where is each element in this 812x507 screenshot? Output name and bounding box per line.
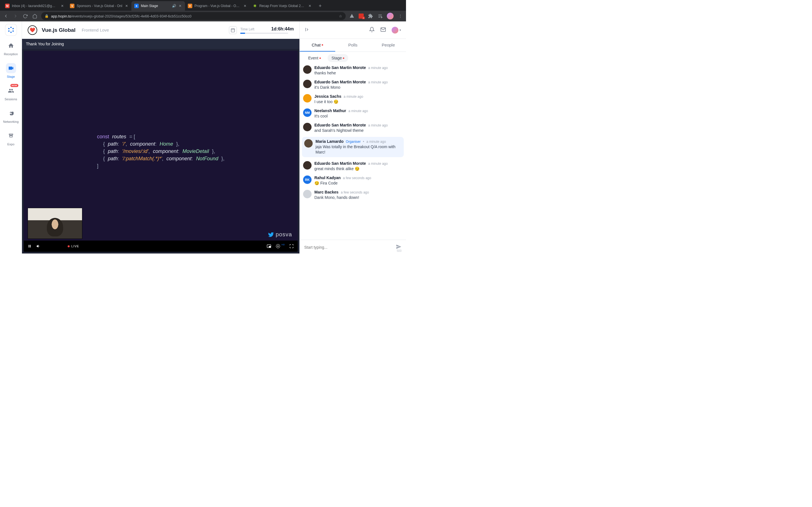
message-avatar [303, 80, 312, 88]
message-avatar [303, 161, 312, 170]
time-left-label: Time Left [240, 27, 254, 31]
browser-tab[interactable]: 🍀 Recap From Vuejs Global 2020 ✕ [250, 1, 315, 11]
message-time: a minute ago [368, 162, 388, 166]
message-author: Eduardo San Martin Morote [314, 123, 366, 127]
scope-event[interactable]: Event [304, 54, 325, 62]
pause-button[interactable] [28, 244, 32, 248]
fullscreen-button[interactable] [289, 244, 294, 248]
close-tab-icon[interactable]: ✕ [178, 4, 182, 8]
message-list[interactable]: Eduardo San Martin Morote a minute ago t… [300, 64, 406, 240]
back-button[interactable] [3, 13, 9, 19]
user-menu[interactable]: ▾ [392, 27, 401, 34]
message-text: and Sarah's Nightowl theme [314, 128, 403, 133]
close-tab-icon[interactable]: ✕ [308, 4, 312, 8]
message-time: a minute ago [368, 80, 388, 84]
messages-icon[interactable] [380, 27, 386, 34]
calendar-icon [229, 26, 237, 34]
chat-message[interactable]: NM Neelansh Mathur a minute ago It's coo… [303, 108, 403, 119]
tab-title: Program - Vue.js Global - Onlin [195, 4, 241, 8]
organiser-badge: Organiser [346, 140, 361, 144]
close-tab-icon[interactable]: ✕ [124, 4, 129, 8]
volume-button[interactable] [36, 244, 41, 248]
pip-button[interactable] [267, 244, 271, 248]
vue-devtools-icon[interactable] [349, 13, 355, 19]
nav-stage[interactable]: Stage [3, 61, 19, 80]
message-avatar [303, 94, 312, 103]
time-progress [240, 33, 288, 34]
nav-label: Networking [3, 120, 18, 123]
browser-tab[interactable]: V Sponsors - Vue.js Global - Onl ✕ [67, 1, 132, 11]
tab-people[interactable]: People [370, 39, 406, 52]
message-time: a minute ago [349, 109, 368, 113]
chat-message[interactable]: Jessica Sachs a minute ago I use it too … [303, 94, 403, 105]
new-tab-button[interactable]: + [316, 2, 324, 10]
quality-button[interactable]: HD [276, 244, 285, 248]
stage-title: Thank You for Joining [22, 39, 299, 49]
lock-icon: 🔒 [45, 14, 49, 18]
kebab-menu-icon[interactable]: ⋮ [398, 13, 403, 19]
svg-point-8 [8, 31, 10, 32]
chat-message[interactable]: Eduardo San Martin Morote a minute ago g… [303, 161, 403, 172]
favicon: V [70, 4, 74, 8]
svg-rect-10 [231, 29, 235, 32]
audio-icon[interactable]: 🔊 [172, 4, 176, 8]
nav-sessions[interactable]: NOW Sessions [3, 83, 19, 103]
stage-area: Thank You for Joining const routes = [ {… [22, 39, 299, 253]
browser-tab[interactable]: V Program - Vue.js Global - Onlin ✕ [185, 1, 250, 11]
nav-networking[interactable]: Networking [3, 106, 19, 126]
event-title: Vue.js Global [42, 27, 75, 33]
chat-message[interactable]: Eduardo San Martin Morote a minute ago t… [303, 65, 403, 76]
notifications-icon[interactable] [369, 27, 375, 34]
extensions-menu-icon[interactable] [368, 13, 373, 19]
tab-chat[interactable]: Chat [300, 39, 335, 52]
nav-reception[interactable]: Reception [3, 38, 19, 58]
code-snippet: const routes = [ { path: '/', component:… [97, 133, 224, 170]
chat-message[interactable]: RK Rahul Kadyan a few seconds ago 😏 Fira… [303, 175, 403, 186]
video-controls: LIVE HD [24, 240, 298, 252]
forward-button[interactable] [12, 13, 18, 19]
live-dot-icon [68, 245, 70, 247]
extension-icon[interactable]: 1 [359, 13, 364, 18]
home-button[interactable] [32, 13, 38, 19]
message-avatar: NM [303, 108, 312, 117]
chat-message[interactable]: Maria Lamardo Organiser• a minute ago ja… [302, 137, 404, 157]
message-input[interactable] [304, 243, 402, 252]
svg-point-18 [277, 245, 278, 247]
address-bar[interactable]: 🔒 app.hopin.to/events/vuejs-global-2020/… [41, 12, 346, 20]
chat-message[interactable]: Eduardo San Martin Morote a minute ago i… [303, 80, 403, 90]
scope-stage[interactable]: Stage [327, 54, 349, 62]
unread-dot-icon [343, 57, 344, 59]
bookmark-star-icon[interactable]: ☆ [339, 14, 342, 18]
video-player[interactable]: const routes = [ { path: '/', component:… [24, 51, 298, 252]
handshake-icon [6, 108, 16, 118]
panel-tabs: Chat Polls People [300, 39, 406, 52]
message-avatar [303, 190, 312, 198]
message-author: Eduardo San Martin Morote [314, 65, 366, 70]
presenter-webcam [28, 208, 82, 239]
svg-point-5 [12, 28, 14, 29]
unread-dot-icon [322, 44, 323, 46]
tab-title: Sponsors - Vue.js Global - Onl [77, 4, 122, 8]
media-control-icon[interactable] [377, 13, 383, 19]
nav-label: Reception [4, 52, 18, 56]
reload-button[interactable] [22, 13, 28, 19]
live-indicator: LIVE [68, 244, 79, 248]
tab-polls[interactable]: Polls [335, 39, 371, 52]
chat-message[interactable]: Marc Backes a few seconds ago Dank Mono,… [303, 190, 403, 200]
message-text: 😏 Fira Code [314, 180, 403, 186]
favicon: M [5, 4, 10, 8]
browser-tab[interactable]: M Inbox (4) - laurandidi21@gmail ✕ [2, 1, 67, 11]
hopin-logo[interactable] [5, 24, 17, 36]
message-text: It's cool [314, 114, 403, 119]
message-author: Maria Lamardo [315, 139, 344, 144]
home-icon [6, 41, 16, 51]
chat-message[interactable]: Eduardo San Martin Morote a minute ago a… [303, 123, 403, 133]
expand-panel-icon[interactable] [305, 27, 310, 33]
nav-expo[interactable]: Expo [3, 128, 19, 148]
nav-label: Sessions [4, 98, 17, 101]
twitter-icon [268, 231, 274, 238]
close-tab-icon[interactable]: ✕ [243, 4, 247, 8]
browser-tab[interactable]: ✦ Main Stage 🔊 ✕ [132, 1, 185, 11]
profile-avatar[interactable] [387, 13, 394, 19]
close-tab-icon[interactable]: ✕ [60, 4, 64, 8]
